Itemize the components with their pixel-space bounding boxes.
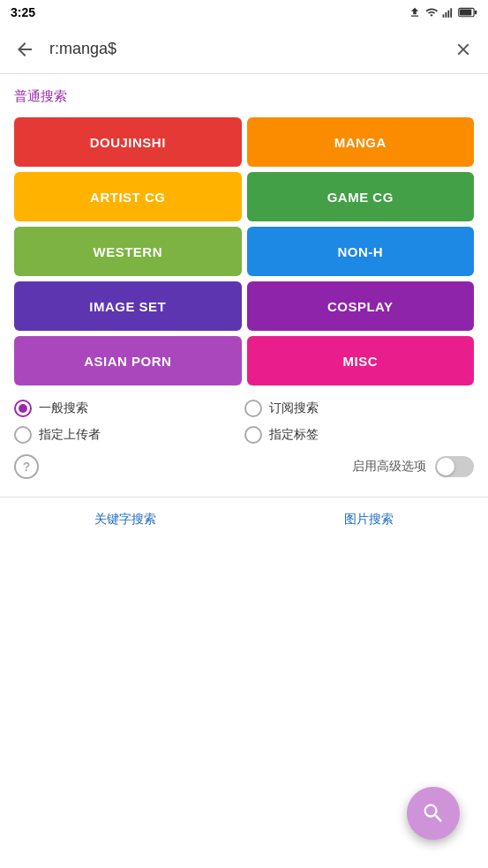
- search-fab[interactable]: [407, 787, 460, 840]
- radio-general-search[interactable]: 一般搜索: [14, 400, 244, 417]
- search-input-wrapper[interactable]: [49, 40, 439, 58]
- category-non-h[interactable]: NON-H: [247, 227, 475, 276]
- keyword-search-link[interactable]: 关键字搜索: [94, 512, 156, 528]
- advanced-toggle-switch[interactable]: [435, 456, 474, 477]
- svg-rect-5: [460, 9, 471, 15]
- back-icon: [14, 39, 35, 60]
- radio-specify-tags[interactable]: 指定标签: [244, 426, 475, 444]
- radio-specify-uploader[interactable]: 指定上传者: [14, 426, 244, 444]
- signal-icon: [442, 6, 454, 19]
- upload-icon: [409, 6, 421, 19]
- svg-rect-1: [446, 12, 447, 18]
- svg-rect-0: [443, 14, 445, 18]
- radio-tags-label: 指定标签: [269, 427, 319, 443]
- close-icon: [454, 40, 473, 59]
- svg-rect-2: [447, 11, 449, 18]
- category-grid: DOUJINSHI MANGA ARTIST CG GAME CG WESTER…: [14, 117, 474, 385]
- svg-rect-3: [450, 8, 452, 17]
- category-image-set[interactable]: IMAGE SET: [14, 281, 242, 331]
- category-misc[interactable]: MISC: [247, 336, 475, 385]
- status-time: 3:25: [11, 5, 35, 19]
- status-icons: [409, 6, 477, 19]
- radio-subscription-search[interactable]: 订阅搜索: [244, 400, 475, 417]
- battery-icon: [458, 7, 477, 18]
- bottom-row: ? 启用高级选项: [14, 454, 474, 479]
- radio-subscription-label: 订阅搜索: [269, 400, 319, 416]
- search-bar: [0, 25, 488, 74]
- category-western[interactable]: WESTERN: [14, 227, 242, 276]
- search-fab-icon: [421, 801, 446, 826]
- category-asian-porn[interactable]: ASIAN PORN: [14, 336, 242, 385]
- back-button[interactable]: [7, 32, 42, 67]
- wifi-icon: [424, 6, 439, 19]
- category-artist-cg[interactable]: ARTIST CG: [14, 172, 242, 221]
- category-cosplay[interactable]: COSPLAY: [247, 281, 475, 331]
- radio-uploader-label: 指定上传者: [39, 427, 101, 443]
- advanced-toggle-label: 启用高级选项: [352, 459, 426, 475]
- radio-uploader-circle: [14, 426, 32, 444]
- image-search-link[interactable]: 图片搜索: [344, 512, 394, 528]
- clear-button[interactable]: [446, 32, 481, 67]
- search-input[interactable]: [49, 40, 439, 58]
- status-bar: 3:25: [0, 0, 488, 25]
- help-button[interactable]: ?: [14, 454, 39, 479]
- search-panel: 普通搜索 DOUJINSHI MANGA ARTIST CG GAME CG W…: [0, 74, 488, 498]
- radio-subscription-circle: [244, 400, 262, 417]
- category-manga[interactable]: MANGA: [247, 117, 475, 167]
- radio-options: 一般搜索 订阅搜索 指定上传者 指定标签: [14, 400, 474, 444]
- category-doujinshi[interactable]: DOUJINSHI: [14, 117, 242, 167]
- radio-general-circle: [14, 400, 32, 417]
- panel-title: 普通搜索: [14, 88, 474, 105]
- footer-links: 关键字搜索 图片搜索: [0, 498, 488, 542]
- svg-rect-6: [475, 11, 477, 15]
- radio-general-label: 一般搜索: [39, 400, 88, 416]
- radio-tags-circle: [244, 426, 262, 444]
- category-game-cg[interactable]: GAME CG: [247, 172, 475, 221]
- advanced-toggle-row: 启用高级选项: [352, 456, 474, 477]
